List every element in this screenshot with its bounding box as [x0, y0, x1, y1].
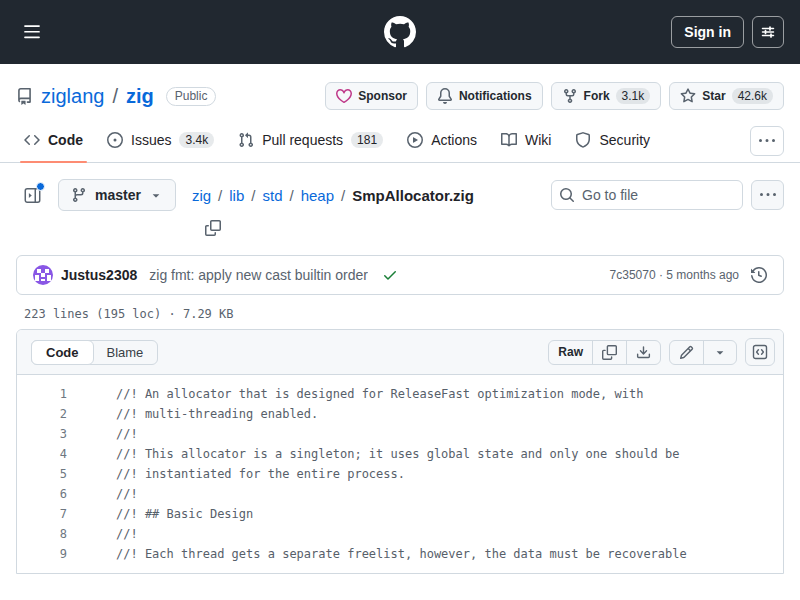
- pull-requests-count-badge: 181: [351, 132, 383, 148]
- repo-header: ziglang / zig Public Sponsor Notificatio…: [0, 64, 800, 120]
- avatar[interactable]: [33, 265, 53, 285]
- file-content-panel: Code Blame Raw: [16, 329, 784, 574]
- line-content: //! This allocator is a singleton; it us…: [75, 444, 680, 464]
- code-view-tab[interactable]: Code: [31, 340, 94, 365]
- commit-sha[interactable]: 7c35070: [610, 268, 656, 282]
- edit-group: [669, 340, 737, 365]
- fork-button[interactable]: Fork 3.1k: [551, 82, 662, 110]
- fork-icon: [562, 88, 578, 104]
- code-line-row: 7//! ## Basic Design: [17, 504, 783, 524]
- code-line-row: 6//!: [17, 484, 783, 504]
- tab-wiki-label: Wiki: [525, 132, 551, 148]
- code-line-row: 4//! This allocator is a singleton; it u…: [17, 444, 783, 464]
- code-toolbar: Code Blame Raw: [17, 330, 783, 375]
- tab-security-label: Security: [599, 132, 650, 148]
- copy-icon: [205, 220, 221, 236]
- notifications-label: Notifications: [459, 89, 532, 103]
- line-number[interactable]: 1: [17, 384, 75, 404]
- history-icon: [751, 267, 767, 283]
- issues-count-badge: 3.4k: [179, 132, 214, 148]
- blame-view-tab[interactable]: Blame: [93, 341, 158, 364]
- copy-icon: [602, 345, 617, 360]
- line-content: //! Each thread gets a separate freelist…: [75, 544, 687, 564]
- code-line-row: 9//! Each thread gets a separate freelis…: [17, 544, 783, 564]
- download-raw-button[interactable]: [626, 341, 660, 364]
- breadcrumb-separator: /: [218, 187, 222, 204]
- line-number[interactable]: 9: [17, 544, 75, 564]
- commit-author-link[interactable]: Justus2308: [61, 267, 137, 283]
- github-logo[interactable]: [384, 16, 416, 48]
- code-content: 1//! An allocator that is designed for R…: [17, 375, 783, 573]
- tab-code[interactable]: Code: [16, 120, 91, 162]
- commit-sha-and-time[interactable]: 7c35070 · 5 months ago: [610, 268, 739, 282]
- tab-issues[interactable]: Issues 3.4k: [99, 120, 222, 162]
- edit-dropdown-button[interactable]: [703, 341, 736, 364]
- fork-label: Fork: [584, 89, 610, 103]
- tab-pull-requests[interactable]: Pull requests 181: [230, 120, 391, 162]
- appearance-settings-button[interactable]: [752, 16, 784, 48]
- go-to-file-input[interactable]: [551, 180, 743, 210]
- line-number[interactable]: 8: [17, 524, 75, 544]
- line-content: //! ## Basic Design: [75, 504, 253, 524]
- sponsor-button[interactable]: Sponsor: [325, 82, 418, 110]
- line-content: //!: [75, 524, 138, 544]
- caret-down-icon: [713, 345, 727, 359]
- tab-code-label: Code: [48, 132, 83, 148]
- breadcrumb-item-zig[interactable]: zig: [192, 187, 211, 204]
- symbols-panel-button[interactable]: [745, 338, 775, 366]
- repo-separator: /: [112, 85, 118, 108]
- breadcrumb-item-std[interactable]: std: [262, 187, 282, 204]
- commit-time: 5 months ago: [666, 268, 739, 282]
- line-content: //! instantiated for the entire process.: [75, 464, 405, 484]
- visibility-badge: Public: [166, 87, 217, 106]
- heart-icon: [336, 88, 352, 104]
- file-nav-more-button[interactable]: [751, 180, 784, 210]
- commit-message-link[interactable]: zig fmt: apply new cast builtin order: [149, 267, 368, 283]
- tab-issues-label: Issues: [131, 132, 171, 148]
- sign-in-button[interactable]: Sign in: [671, 16, 744, 48]
- raw-copy-download-group: Raw: [548, 340, 661, 365]
- repo-name-link[interactable]: zig: [126, 85, 154, 108]
- breadcrumb-separator: /: [289, 187, 293, 204]
- copy-path-button[interactable]: [200, 215, 226, 241]
- tab-wiki[interactable]: Wiki: [493, 120, 559, 162]
- raw-button[interactable]: Raw: [549, 341, 592, 364]
- star-label: Star: [702, 89, 725, 103]
- line-number[interactable]: 4: [17, 444, 75, 464]
- tab-security[interactable]: Security: [567, 120, 658, 162]
- check-icon[interactable]: [382, 267, 398, 283]
- app-header: Sign in: [0, 0, 800, 64]
- line-number[interactable]: 2: [17, 404, 75, 424]
- line-number[interactable]: 3: [17, 424, 75, 444]
- symbols-icon: [752, 344, 768, 360]
- breadcrumb-item-heap[interactable]: heap: [301, 187, 334, 204]
- breadcrumb-separator: /: [251, 187, 255, 204]
- more-tabs-button[interactable]: [750, 126, 784, 156]
- file-navigation: master zig / lib / std / heap / SmpAlloc…: [0, 163, 800, 241]
- line-number[interactable]: 6: [17, 484, 75, 504]
- commit-history-button[interactable]: [751, 267, 767, 283]
- repo-owner-link[interactable]: ziglang: [41, 85, 104, 108]
- breadcrumb-item-lib[interactable]: lib: [229, 187, 244, 204]
- line-number[interactable]: 7: [17, 504, 75, 524]
- fork-count-badge: 3.1k: [616, 88, 651, 104]
- star-count-badge: 42.6k: [732, 88, 773, 104]
- hamburger-menu-button[interactable]: [16, 16, 48, 48]
- branch-selector-button[interactable]: master: [58, 179, 176, 211]
- line-number[interactable]: 5: [17, 464, 75, 484]
- sliders-icon: [760, 24, 776, 40]
- code-line-row: 5//! instantiated for the entire process…: [17, 464, 783, 484]
- file-tree-toggle-button[interactable]: [16, 179, 48, 211]
- tab-actions[interactable]: Actions: [399, 120, 485, 162]
- sponsor-label: Sponsor: [358, 89, 407, 103]
- code-line-row: 3//!: [17, 424, 783, 444]
- code-line-row: 8//!: [17, 524, 783, 544]
- bell-icon: [437, 88, 453, 104]
- breadcrumb-separator: /: [341, 187, 345, 204]
- copy-raw-button[interactable]: [592, 341, 626, 364]
- star-button[interactable]: Star 42.6k: [669, 82, 784, 110]
- kebab-icon: [760, 187, 776, 203]
- file-meta: 223 lines (195 loc) · 7.29 KB: [0, 295, 800, 329]
- notifications-button[interactable]: Notifications: [426, 82, 543, 110]
- edit-file-button[interactable]: [670, 341, 703, 364]
